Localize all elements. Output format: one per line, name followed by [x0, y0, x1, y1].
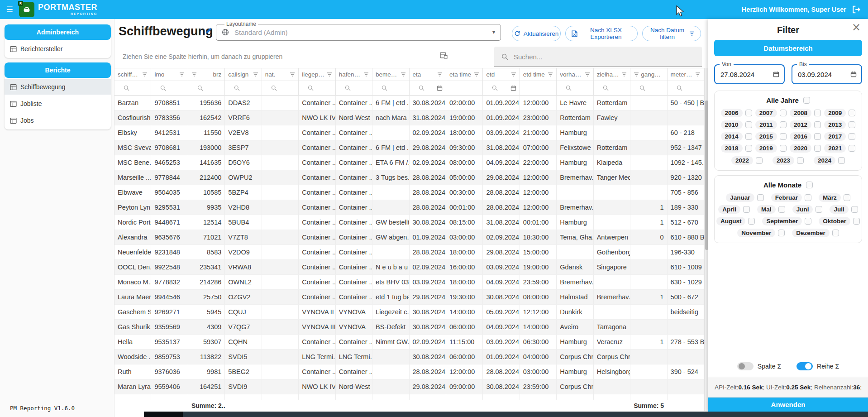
cell-zielhafen[interactable]: [594, 275, 630, 290]
cell-zielhafen[interactable]: Antwerpen: [594, 230, 630, 245]
cell-gangway[interactable]: [630, 305, 667, 320]
year-chip-2011-checkbox[interactable]: [780, 121, 787, 128]
filter-cell-nat[interactable]: [262, 81, 299, 96]
row-sum-toggle[interactable]: Reihe Σ: [796, 362, 839, 370]
filter-cell-schiffsname[interactable]: [114, 81, 151, 96]
cell-liegeplatz[interactable]: Container ...: [299, 185, 335, 200]
cell-eta[interactable]: 01.09.2024...: [410, 230, 446, 245]
cell-etd-time[interactable]: 06:30:00: [520, 335, 557, 350]
cell-gangway[interactable]: [630, 379, 667, 394]
cell-zielhafen[interactable]: Tarragona: [594, 320, 630, 335]
cell-callsign[interactable]: DDAS2: [225, 96, 262, 110]
cell-nat[interactable]: [262, 350, 299, 364]
calendar-icon[interactable]: [510, 85, 516, 91]
column-header-zielhafen[interactable]: zielhafen: [594, 68, 630, 81]
cell-vorhafen[interactable]: Hamburg: [557, 125, 593, 140]
all-months-checkbox[interactable]: [806, 182, 813, 188]
cell-etd[interactable]: 31.08.2024...: [483, 215, 520, 230]
cell-liegeplatz[interactable]: VYNOVA III: [299, 320, 335, 335]
cell-eta-time[interactable]: 08:15:00: [446, 215, 483, 230]
cell-brz[interactable]: 11550: [188, 125, 225, 140]
cell-vorhafen[interactable]: Felixstowe: [557, 140, 593, 155]
cell-etd[interactable]: 03.09.2024...: [483, 335, 520, 350]
cell-gangway[interactable]: [630, 140, 667, 155]
cell-nat[interactable]: [262, 185, 299, 200]
cell-gangway[interactable]: [630, 125, 667, 140]
cell-eta[interactable]: 28.08.2024...: [410, 364, 446, 379]
cell-eta[interactable]: 30.08.2024...: [410, 215, 446, 230]
cell-vorhafen[interactable]: Corpus Chr...: [557, 379, 593, 394]
cell-callsign[interactable]: 5BZP4: [225, 185, 262, 200]
cell-hafengebiet[interactable]: Container ...: [336, 275, 372, 290]
cell-nat[interactable]: [262, 379, 299, 394]
table-row[interactable]: Laura Maer...994454625750OZGV2Container …: [114, 290, 704, 305]
cell-eta[interactable]: 30.08.2024...: [410, 305, 446, 320]
cell-vorhafen[interactable]: Bremerhav...: [557, 200, 593, 215]
cell-liegeplatz[interactable]: Container ...: [299, 125, 335, 140]
cell-vorhafen[interactable]: Hamburg: [557, 215, 593, 230]
sidebar-section-berichte[interactable]: Berichte: [5, 62, 111, 78]
filter-cell-metermarken[interactable]: [668, 81, 704, 96]
horizontal-scrollbar[interactable]: [114, 412, 868, 417]
cell-nat[interactable]: [262, 275, 299, 290]
cell-bemerkung[interactable]: etd 1 tug be.: [372, 290, 409, 305]
cell-hafengebiet[interactable]: Container ...: [336, 185, 372, 200]
column-header-etd-time[interactable]: etd time: [520, 68, 557, 81]
cell-gangway[interactable]: 1: [630, 200, 667, 215]
filter-cell-bemerkung[interactable]: [372, 81, 409, 96]
close-icon[interactable]: ×: [852, 21, 861, 34]
header-filter-icon[interactable]: [191, 72, 197, 77]
cell-vorhafen[interactable]: Halmstad: [557, 290, 593, 305]
cell-liegeplatz[interactable]: Container ...: [299, 260, 335, 275]
column-header-eta[interactable]: eta: [410, 68, 446, 81]
header-filter-icon[interactable]: [511, 72, 516, 77]
header-filter-icon[interactable]: [401, 72, 406, 77]
cell-bemerkung[interactable]: 6 FM | etd ...: [372, 140, 409, 155]
cell-nat[interactable]: [262, 305, 299, 320]
filter-cell-zielhafen[interactable]: [594, 81, 630, 96]
cell-etd-time[interactable]: 15:00:00: [520, 245, 557, 260]
table-row[interactable]: Elbwave9504035105855BZP4Container ...Con…: [114, 185, 704, 200]
sidebar-item-jobliste[interactable]: Jobliste: [5, 96, 111, 111]
sidebar-item-jobs[interactable]: Jobs: [5, 113, 111, 128]
cell-eta-time[interactable]: 14:00:00: [446, 305, 483, 320]
cell-schiffsname[interactable]: Gaschem S...: [114, 305, 151, 320]
layout-select[interactable]: Layoutname Standard (Admin) ▾: [216, 21, 501, 41]
month-chip-mai-checkbox[interactable]: [778, 206, 785, 213]
cell-eta-time[interactable]: 09:00:00: [446, 379, 483, 394]
cell-bemerkung[interactable]: Nimmt GW...: [372, 335, 409, 350]
cell-callsign[interactable]: V2HD8: [225, 200, 262, 215]
cell-brz[interactable]: 141635: [188, 155, 225, 170]
filter-cell-gangway[interactable]: [630, 81, 667, 96]
cell-brz[interactable]: 212400: [188, 170, 225, 185]
cell-etd-time[interactable]: 12:00:00: [520, 185, 557, 200]
cell-vorhafen[interactable]: Gdansk: [557, 260, 593, 275]
cell-brz[interactable]: 25750: [188, 290, 225, 305]
cell-metermarken[interactable]: 500 - 672: [668, 290, 704, 305]
cell-hafengebiet[interactable]: LNG Termi...: [336, 350, 372, 364]
toggle-off-icon[interactable]: [737, 362, 754, 370]
cell-brz[interactable]: 10585: [188, 185, 225, 200]
cell-callsign[interactable]: V2DO9: [225, 245, 262, 260]
header-filter-icon[interactable]: [142, 72, 148, 77]
table-row[interactable]: Elbsky941253111550V2EV8Container ...Cont…: [114, 125, 704, 140]
column-header-eta-time[interactable]: eta time: [446, 68, 483, 81]
cell-gangway[interactable]: [630, 185, 667, 200]
cell-schiffsname[interactable]: MSC Sveva: [114, 140, 151, 155]
cell-bemerkung[interactable]: ets BHV 03...: [372, 275, 409, 290]
cell-etd-time[interactable]: 23:00:00: [520, 110, 557, 125]
cell-metermarken[interactable]: 390 - 524: [668, 364, 704, 379]
cell-brz[interactable]: 12514: [188, 215, 225, 230]
date-filter-button[interactable]: Nach Datum filtern: [642, 26, 701, 41]
toggle-on-icon[interactable]: [796, 362, 813, 370]
cell-eta[interactable]: 03.09.2024...: [410, 275, 446, 290]
header-filter-icon[interactable]: [253, 72, 258, 77]
cell-eta-time[interactable]: 18:00:00: [446, 275, 483, 290]
cell-eta[interactable]: 30.08.2024...: [410, 350, 446, 364]
cell-metermarken[interactable]: 189 - 330: [668, 200, 704, 215]
cell-gangway[interactable]: [630, 155, 667, 170]
cell-etd[interactable]: 28.08.2024...: [483, 200, 520, 215]
header-filter-icon[interactable]: [363, 72, 369, 77]
cell-etd[interactable]: 01.09.2024...: [483, 110, 520, 125]
month-chip-januar-checkbox[interactable]: [757, 194, 764, 201]
